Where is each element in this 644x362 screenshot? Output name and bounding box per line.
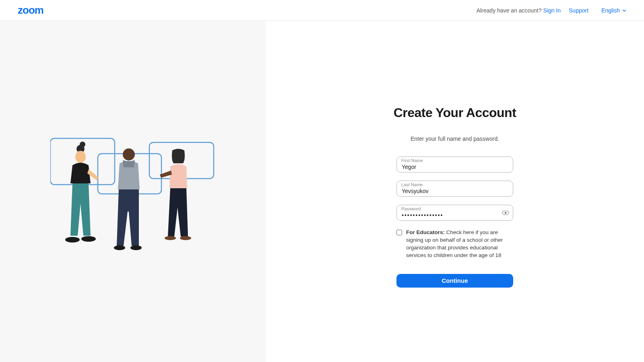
svg-point-9	[114, 245, 125, 250]
support-link[interactable]: Support	[569, 7, 588, 14]
language-selector[interactable]: English	[601, 7, 626, 14]
svg-point-4	[80, 142, 85, 147]
svg-point-8	[123, 148, 135, 160]
chevron-down-icon	[622, 9, 626, 12]
language-label: English	[601, 7, 620, 14]
sign-in-link[interactable]: Sign In	[543, 7, 561, 14]
educators-checkbox-row: For Educators: Check here if you are sig…	[396, 229, 513, 259]
svg-point-13	[180, 236, 191, 240]
header: zoom Already have an account? Sign In Su…	[0, 0, 644, 21]
last-name-input[interactable]	[396, 181, 513, 197]
illustration-panel	[0, 21, 266, 362]
svg-point-12	[165, 236, 176, 240]
people-illustration	[50, 131, 215, 252]
svg-point-10	[130, 245, 142, 250]
main-content: Create Your Account Enter your full name…	[0, 21, 644, 362]
continue-button[interactable]: Continue	[396, 274, 513, 288]
educators-text: For Educators: Check here if you are sig…	[406, 229, 513, 259]
form-subtitle: Enter your full name and password.	[396, 136, 513, 142]
header-right: Already have an account? Sign In Support…	[477, 7, 626, 14]
educators-bold-label: For Educators:	[406, 229, 445, 235]
first-name-input[interactable]	[396, 156, 513, 173]
first-name-wrapper: First Name	[396, 156, 513, 173]
form-panel: Create Your Account Enter your full name…	[266, 21, 644, 362]
eye-icon[interactable]	[502, 210, 509, 215]
already-have-account-text: Already have an account? Sign In	[477, 7, 561, 14]
page-title: Create Your Account	[394, 105, 516, 120]
last-name-wrapper: Last Name	[396, 181, 513, 197]
svg-point-5	[75, 151, 86, 163]
password-input[interactable]	[396, 205, 513, 221]
password-wrapper: Password	[396, 205, 513, 221]
signup-form: Enter your full name and password. First…	[396, 136, 513, 288]
already-have-label: Already have an account?	[477, 7, 542, 14]
educators-checkbox[interactable]	[396, 230, 402, 235]
svg-point-6	[65, 237, 80, 243]
zoom-logo[interactable]: zoom	[18, 4, 43, 16]
svg-point-7	[81, 236, 96, 242]
svg-point-15	[505, 212, 507, 214]
